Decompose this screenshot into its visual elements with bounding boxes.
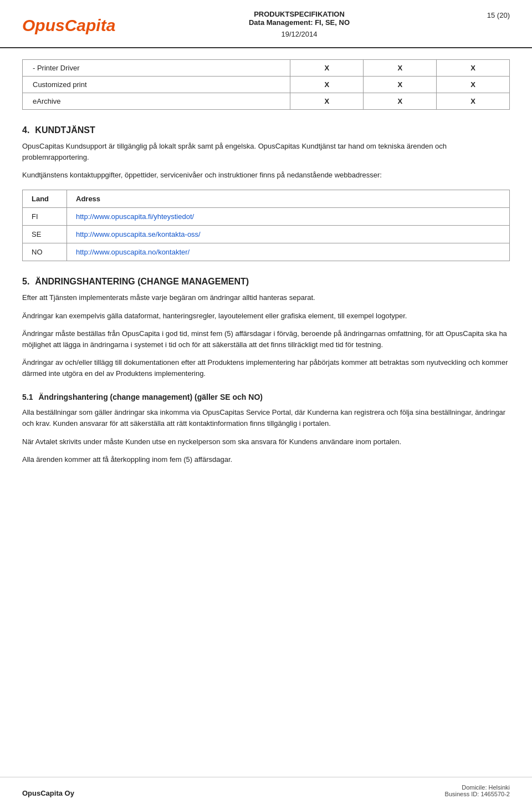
- section5-heading: 5. ÄNDRINGSHANTERING (CHANGE MANAGEMENT): [22, 277, 510, 287]
- page-footer: OpusCapita Oy Domicile: Helsinki Busines…: [0, 777, 532, 804]
- page-content: - Printer Driver X X X Customized print …: [0, 48, 532, 505]
- feature-cell: - Printer Driver: [23, 60, 290, 77]
- service-table-row: FI http://www.opuscapita.fi/yhteystiedot…: [23, 208, 510, 226]
- service-table-col2: Adress: [67, 190, 510, 208]
- subsection1-title: Ändringshantering (change management) (g…: [38, 393, 263, 401]
- logo-area: OpusCapita: [22, 10, 133, 42]
- service-table: Land Adress FI http://www.opuscapita.fi/…: [22, 190, 510, 261]
- service-url[interactable]: http://www.opuscapita.se/kontakta-oss/: [67, 226, 510, 243]
- service-table-row: NO http://www.opuscapita.no/kontakter/: [23, 243, 510, 261]
- feature-x2: X: [364, 77, 437, 93]
- feature-x3: X: [437, 60, 510, 77]
- feature-x1: X: [290, 60, 364, 77]
- service-url[interactable]: http://www.opuscapita.no/kontakter/: [67, 243, 510, 261]
- service-table-row: SE http://www.opuscapita.se/kontakta-oss…: [23, 226, 510, 243]
- service-url[interactable]: http://www.opuscapita.fi/yhteystiedot/: [67, 208, 510, 226]
- subsection1-para3: Alla ärenden kommer att få återkoppling …: [22, 454, 510, 465]
- section5-title: ÄNDRINGSHANTERING (CHANGE MANAGEMENT): [35, 277, 249, 287]
- header-date: 19/12/2014: [133, 30, 466, 38]
- feature-x1: X: [290, 93, 364, 110]
- header-title: PRODUKTSPECIFIKATION: [133, 10, 466, 18]
- section4-para1: OpusCapitas Kundsupport är tillgänglig p…: [22, 141, 510, 163]
- section4-title: KUNDTJÄNST: [35, 125, 95, 135]
- section4-para2: Kundtjänstens kontaktuppgifter, öppettid…: [22, 170, 510, 181]
- feature-x2: X: [364, 60, 437, 77]
- section5-number: 5.: [22, 277, 29, 287]
- feature-x1: X: [290, 77, 364, 93]
- subsection1-number: 5.1: [22, 393, 33, 401]
- service-land: NO: [23, 243, 67, 261]
- footer-right: Domicile: Helsinki Business ID: 1465570-…: [445, 784, 510, 797]
- header-subtitle: Data Management: FI, SE, NO: [133, 18, 466, 27]
- footer-domicile: Domicile: Helsinki: [445, 784, 510, 791]
- section4-heading: 4. KUNDTJÄNST: [22, 125, 510, 135]
- header-center: PRODUKTSPECIFIKATION Data Management: FI…: [133, 10, 466, 38]
- subsection1-para1: Alla beställningar som gäller ändringar …: [22, 407, 510, 429]
- footer-company: OpusCapita Oy: [22, 789, 74, 797]
- subsection1-para2: När Avtalet skrivits under måste Kunden …: [22, 436, 510, 447]
- page-header: OpusCapita PRODUKTSPECIFIKATION Data Man…: [0, 0, 532, 48]
- section5-para1: Efter att Tjänsten implementerats måste …: [22, 292, 510, 303]
- feature-x3: X: [437, 93, 510, 110]
- feature-table: - Printer Driver X X X Customized print …: [22, 59, 510, 110]
- feature-table-row: eArchive X X X: [23, 93, 510, 110]
- service-land: FI: [23, 208, 67, 226]
- feature-cell: eArchive: [23, 93, 290, 110]
- service-table-col1: Land: [23, 190, 67, 208]
- service-land: SE: [23, 226, 67, 243]
- header-page: 15 (20): [466, 10, 510, 19]
- logo: OpusCapita: [22, 10, 133, 42]
- subsection1-heading: 5.1 Ändringshantering (change management…: [22, 393, 510, 401]
- feature-table-row: Customized print X X X: [23, 77, 510, 93]
- feature-x3: X: [437, 77, 510, 93]
- feature-cell: Customized print: [23, 77, 290, 93]
- svg-text:OpusCapita: OpusCapita: [22, 16, 115, 34]
- section5-para2: Ändringar kan exempelvis gälla dataforma…: [22, 311, 510, 322]
- section4-number: 4.: [22, 125, 29, 135]
- feature-x2: X: [364, 93, 437, 110]
- feature-table-row: - Printer Driver X X X: [23, 60, 510, 77]
- section5-para4: Ändringar av och/eller tillägg till doku…: [22, 357, 510, 379]
- section5-para3: Ändringar måste beställas från OpusCapit…: [22, 328, 510, 350]
- footer-business-id: Business ID: 1465570-2: [445, 791, 510, 797]
